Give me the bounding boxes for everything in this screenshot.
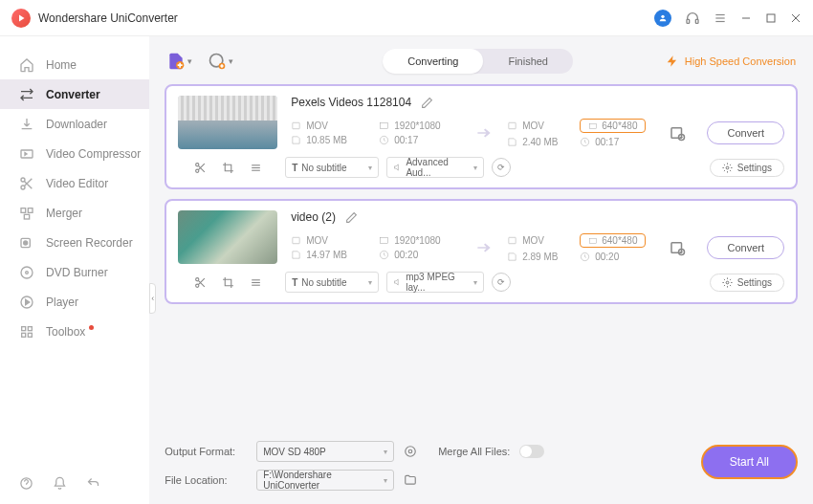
download-icon bbox=[19, 117, 34, 132]
sidebar-item-editor[interactable]: Video Editor bbox=[0, 168, 149, 198]
output-format: MOV bbox=[507, 233, 574, 248]
sidebar-item-label: Screen Recorder bbox=[46, 236, 133, 250]
svg-rect-49 bbox=[671, 243, 682, 253]
app-title: Wondershare UniConverter bbox=[38, 11, 178, 25]
collapse-sidebar-button[interactable]: ‹ bbox=[149, 283, 156, 314]
maximize-button[interactable] bbox=[765, 12, 777, 24]
svg-point-17 bbox=[24, 241, 28, 245]
subtitle-dropdown[interactable]: TNo subtitle▾ bbox=[285, 272, 379, 293]
toolbar: ▾ ▾ Converting Finished High Speed Conve… bbox=[149, 38, 813, 84]
input-duration: 00:17 bbox=[379, 135, 461, 145]
file-card: Pexels Videos 1128104 MOV 1920*1080 10.8… bbox=[165, 84, 798, 189]
edit-name-icon[interactable] bbox=[345, 211, 358, 224]
hsc-label: High Speed Conversion bbox=[685, 55, 796, 67]
home-icon bbox=[19, 57, 34, 73]
app-logo bbox=[11, 9, 31, 28]
user-avatar-icon[interactable] bbox=[654, 10, 671, 27]
thumbnail[interactable] bbox=[178, 210, 277, 264]
sidebar-item-toolbox[interactable]: Toolbox bbox=[0, 317, 149, 346]
svg-point-37 bbox=[195, 163, 198, 165]
cut-icon[interactable] bbox=[194, 276, 207, 289]
sidebar-item-compressor[interactable]: Video Compressor bbox=[0, 139, 149, 168]
svg-point-11 bbox=[21, 178, 25, 182]
svg-rect-15 bbox=[24, 214, 29, 219]
crop-icon[interactable] bbox=[222, 276, 234, 289]
high-speed-conversion-button[interactable]: High Speed Conversion bbox=[666, 55, 796, 68]
thumbnail[interactable] bbox=[178, 96, 277, 149]
svg-point-51 bbox=[195, 277, 198, 280]
preview-button[interactable]: ⟳ bbox=[492, 273, 511, 292]
cut-icon[interactable] bbox=[194, 162, 207, 174]
output-settings-icon[interactable] bbox=[669, 239, 686, 256]
audio-dropdown[interactable]: Advanced Aud...▾ bbox=[386, 157, 484, 178]
sidebar-item-home[interactable]: Home bbox=[0, 50, 149, 79]
tab-segment: Converting Finished bbox=[383, 49, 573, 74]
play-icon bbox=[19, 295, 34, 310]
subtitle-dropdown[interactable]: TNo subtitle▾ bbox=[285, 157, 379, 178]
sidebar-item-recorder[interactable]: Screen Recorder bbox=[0, 228, 149, 257]
file-location-dropdown[interactable]: F:\Wondershare UniConverter▾ bbox=[256, 470, 394, 491]
sidebar-item-label: Converter bbox=[46, 88, 100, 101]
svg-rect-13 bbox=[21, 208, 26, 212]
input-size: 14.97 MB bbox=[291, 250, 373, 260]
svg-rect-24 bbox=[28, 333, 32, 337]
input-resolution: 1920*1080 bbox=[379, 235, 461, 246]
add-file-button[interactable]: ▾ bbox=[166, 52, 192, 71]
output-resolution[interactable]: 640*480 bbox=[580, 233, 646, 248]
reply-icon[interactable] bbox=[86, 476, 100, 491]
tab-finished[interactable]: Finished bbox=[483, 49, 573, 74]
sidebar-item-converter[interactable]: Converter bbox=[0, 79, 149, 109]
edit-name-icon[interactable] bbox=[421, 97, 433, 109]
convert-button[interactable]: Convert bbox=[707, 236, 784, 259]
input-resolution: 1920*1080 bbox=[379, 121, 461, 131]
output-format-settings-icon[interactable] bbox=[404, 445, 417, 458]
svg-rect-1 bbox=[687, 19, 690, 23]
close-button[interactable] bbox=[790, 12, 802, 24]
svg-point-0 bbox=[661, 14, 664, 17]
input-format: MOV bbox=[291, 121, 373, 131]
sidebar-item-label: Downloader bbox=[46, 118, 107, 131]
more-icon[interactable] bbox=[250, 276, 262, 289]
sidebar-item-merger[interactable]: Merger bbox=[0, 198, 149, 228]
svg-rect-44 bbox=[381, 238, 388, 244]
merge-toggle[interactable] bbox=[519, 445, 544, 458]
svg-rect-30 bbox=[381, 123, 388, 129]
menu-icon[interactable] bbox=[714, 11, 727, 25]
output-settings-icon[interactable] bbox=[669, 124, 686, 142]
file-name: video (2) bbox=[291, 210, 336, 224]
input-duration: 00:20 bbox=[379, 250, 461, 260]
sidebar-item-label: Video Editor bbox=[46, 177, 108, 190]
svg-point-19 bbox=[26, 271, 29, 274]
sidebar-item-label: Merger bbox=[46, 207, 82, 220]
headset-icon[interactable] bbox=[685, 11, 700, 26]
svg-rect-29 bbox=[293, 122, 299, 128]
minimize-button[interactable] bbox=[740, 12, 752, 24]
svg-point-58 bbox=[406, 447, 416, 457]
crop-icon[interactable] bbox=[222, 162, 234, 174]
audio-dropdown[interactable]: mp3 MPEG lay...▾ bbox=[386, 272, 484, 293]
output-format-dropdown[interactable]: MOV SD 480P▾ bbox=[256, 441, 394, 462]
sidebar-item-dvd[interactable]: DVD Burner bbox=[0, 257, 149, 287]
convert-button[interactable]: Convert bbox=[707, 121, 784, 144]
svg-point-38 bbox=[195, 169, 198, 172]
preview-button[interactable]: ⟳ bbox=[492, 158, 511, 177]
file-list: Pexels Videos 1128104 MOV 1920*1080 10.8… bbox=[149, 84, 813, 431]
help-icon[interactable] bbox=[19, 476, 33, 491]
input-size: 10.85 MB bbox=[291, 135, 373, 145]
sidebar-item-player[interactable]: Player bbox=[0, 287, 149, 317]
svg-point-12 bbox=[21, 186, 25, 189]
sidebar: Home Converter Downloader Video Compress… bbox=[0, 36, 149, 504]
sidebar-item-downloader[interactable]: Downloader bbox=[0, 109, 149, 139]
open-folder-icon[interactable] bbox=[404, 473, 417, 487]
output-resolution[interactable]: 640*480 bbox=[580, 119, 646, 133]
add-url-button[interactable]: ▾ bbox=[208, 52, 233, 71]
card-settings-button[interactable]: Settings bbox=[710, 274, 784, 292]
sidebar-item-label: DVD Burner bbox=[46, 266, 108, 279]
sidebar-item-label: Video Compressor bbox=[46, 147, 141, 161]
bell-icon[interactable] bbox=[53, 476, 67, 491]
start-all-button[interactable]: Start All bbox=[701, 445, 798, 479]
tab-converting[interactable]: Converting bbox=[383, 49, 483, 74]
svg-point-57 bbox=[408, 449, 412, 453]
card-settings-button[interactable]: Settings bbox=[710, 159, 784, 177]
more-icon[interactable] bbox=[250, 162, 262, 174]
